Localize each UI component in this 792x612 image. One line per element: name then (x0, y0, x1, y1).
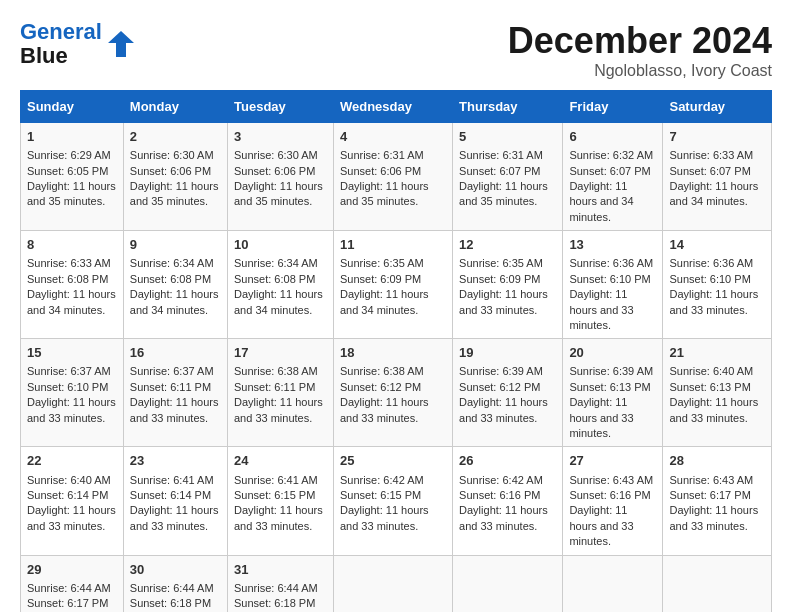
daylight-label: Daylight: 11 hours and 34 minutes. (669, 180, 758, 207)
daylight-label: Daylight: 11 hours and 33 minutes. (234, 504, 323, 531)
calendar-week-row: 22Sunrise: 6:40 AMSunset: 6:14 PMDayligh… (21, 447, 772, 555)
day-number: 4 (340, 128, 446, 146)
day-number: 7 (669, 128, 765, 146)
calendar-day-cell: 6Sunrise: 6:32 AMSunset: 6:07 PMDaylight… (563, 123, 663, 231)
daylight-label: Daylight: 11 hours and 33 minutes. (569, 504, 633, 547)
weekday-header: Wednesday (333, 91, 452, 123)
sunset-label: Sunset: 6:17 PM (27, 597, 108, 609)
daylight-label: Daylight: 11 hours and 35 minutes. (130, 180, 219, 207)
calendar-week-row: 1Sunrise: 6:29 AMSunset: 6:05 PMDaylight… (21, 123, 772, 231)
calendar-day-cell: 9Sunrise: 6:34 AMSunset: 6:08 PMDaylight… (123, 231, 227, 339)
sunrise-label: Sunrise: 6:31 AM (459, 149, 543, 161)
sunrise-label: Sunrise: 6:37 AM (130, 365, 214, 377)
daylight-label: Daylight: 11 hours and 33 minutes. (340, 504, 429, 531)
sunrise-label: Sunrise: 6:42 AM (340, 474, 424, 486)
day-number: 29 (27, 561, 117, 579)
page-header: GeneralBlue December 2024 Ngoloblasso, I… (20, 20, 772, 80)
daylight-label: Daylight: 11 hours and 35 minutes. (340, 180, 429, 207)
calendar-day-cell: 11Sunrise: 6:35 AMSunset: 6:09 PMDayligh… (333, 231, 452, 339)
daylight-label: Daylight: 11 hours and 35 minutes. (459, 180, 548, 207)
sunset-label: Sunset: 6:06 PM (234, 165, 315, 177)
day-number: 24 (234, 452, 327, 470)
logo: GeneralBlue (20, 20, 136, 68)
sunset-label: Sunset: 6:10 PM (569, 273, 650, 285)
calendar-day-cell: 2Sunrise: 6:30 AMSunset: 6:06 PMDaylight… (123, 123, 227, 231)
title-block: December 2024 Ngoloblasso, Ivory Coast (508, 20, 772, 80)
calendar-day-cell: 5Sunrise: 6:31 AMSunset: 6:07 PMDaylight… (453, 123, 563, 231)
sunrise-label: Sunrise: 6:35 AM (459, 257, 543, 269)
sunrise-label: Sunrise: 6:29 AM (27, 149, 111, 161)
sunset-label: Sunset: 6:08 PM (130, 273, 211, 285)
daylight-label: Daylight: 11 hours and 33 minutes. (27, 504, 116, 531)
sunrise-label: Sunrise: 6:36 AM (669, 257, 753, 269)
sunrise-label: Sunrise: 6:41 AM (130, 474, 214, 486)
calendar-day-cell: 29Sunrise: 6:44 AMSunset: 6:17 PMDayligh… (21, 555, 124, 612)
calendar-day-cell: 8Sunrise: 6:33 AMSunset: 6:08 PMDaylight… (21, 231, 124, 339)
sunset-label: Sunset: 6:14 PM (27, 489, 108, 501)
day-number: 2 (130, 128, 221, 146)
calendar-week-row: 8Sunrise: 6:33 AMSunset: 6:08 PMDaylight… (21, 231, 772, 339)
calendar-day-cell (563, 555, 663, 612)
calendar-day-cell: 26Sunrise: 6:42 AMSunset: 6:16 PMDayligh… (453, 447, 563, 555)
sunrise-label: Sunrise: 6:38 AM (234, 365, 318, 377)
daylight-label: Daylight: 11 hours and 33 minutes. (669, 504, 758, 531)
calendar-day-cell: 12Sunrise: 6:35 AMSunset: 6:09 PMDayligh… (453, 231, 563, 339)
sunset-label: Sunset: 6:16 PM (569, 489, 650, 501)
calendar-day-cell: 20Sunrise: 6:39 AMSunset: 6:13 PMDayligh… (563, 339, 663, 447)
calendar-day-cell: 17Sunrise: 6:38 AMSunset: 6:11 PMDayligh… (228, 339, 334, 447)
daylight-label: Daylight: 11 hours and 33 minutes. (130, 504, 219, 531)
day-number: 18 (340, 344, 446, 362)
day-number: 9 (130, 236, 221, 254)
sunrise-label: Sunrise: 6:44 AM (27, 582, 111, 594)
sunrise-label: Sunrise: 6:34 AM (130, 257, 214, 269)
calendar-day-cell: 19Sunrise: 6:39 AMSunset: 6:12 PMDayligh… (453, 339, 563, 447)
day-number: 5 (459, 128, 556, 146)
calendar-day-cell: 27Sunrise: 6:43 AMSunset: 6:16 PMDayligh… (563, 447, 663, 555)
day-number: 6 (569, 128, 656, 146)
day-number: 23 (130, 452, 221, 470)
weekday-header: Friday (563, 91, 663, 123)
calendar-day-cell: 14Sunrise: 6:36 AMSunset: 6:10 PMDayligh… (663, 231, 772, 339)
calendar-day-cell: 3Sunrise: 6:30 AMSunset: 6:06 PMDaylight… (228, 123, 334, 231)
day-number: 16 (130, 344, 221, 362)
daylight-label: Daylight: 11 hours and 33 minutes. (27, 396, 116, 423)
sunrise-label: Sunrise: 6:40 AM (27, 474, 111, 486)
daylight-label: Daylight: 11 hours and 35 minutes. (234, 180, 323, 207)
daylight-label: Daylight: 11 hours and 34 minutes. (340, 288, 429, 315)
logo-text: GeneralBlue (20, 20, 102, 68)
daylight-label: Daylight: 11 hours and 33 minutes. (459, 504, 548, 531)
daylight-label: Daylight: 11 hours and 33 minutes. (130, 396, 219, 423)
sunset-label: Sunset: 6:15 PM (340, 489, 421, 501)
calendar-week-row: 15Sunrise: 6:37 AMSunset: 6:10 PMDayligh… (21, 339, 772, 447)
day-number: 28 (669, 452, 765, 470)
daylight-label: Daylight: 11 hours and 34 minutes. (130, 288, 219, 315)
sunset-label: Sunset: 6:07 PM (669, 165, 750, 177)
sunrise-label: Sunrise: 6:32 AM (569, 149, 653, 161)
sunset-label: Sunset: 6:06 PM (130, 165, 211, 177)
sunrise-label: Sunrise: 6:33 AM (27, 257, 111, 269)
day-number: 17 (234, 344, 327, 362)
sunset-label: Sunset: 6:17 PM (669, 489, 750, 501)
calendar-day-cell: 18Sunrise: 6:38 AMSunset: 6:12 PMDayligh… (333, 339, 452, 447)
calendar-day-cell: 28Sunrise: 6:43 AMSunset: 6:17 PMDayligh… (663, 447, 772, 555)
sunset-label: Sunset: 6:06 PM (340, 165, 421, 177)
calendar-day-cell: 30Sunrise: 6:44 AMSunset: 6:18 PMDayligh… (123, 555, 227, 612)
sunset-label: Sunset: 6:18 PM (234, 597, 315, 609)
logo-icon (106, 29, 136, 59)
sunset-label: Sunset: 6:09 PM (340, 273, 421, 285)
weekday-header: Tuesday (228, 91, 334, 123)
sunrise-label: Sunrise: 6:33 AM (669, 149, 753, 161)
sunrise-label: Sunrise: 6:38 AM (340, 365, 424, 377)
sunrise-label: Sunrise: 6:37 AM (27, 365, 111, 377)
sunrise-label: Sunrise: 6:42 AM (459, 474, 543, 486)
calendar-day-cell: 25Sunrise: 6:42 AMSunset: 6:15 PMDayligh… (333, 447, 452, 555)
sunrise-label: Sunrise: 6:39 AM (459, 365, 543, 377)
day-number: 31 (234, 561, 327, 579)
day-number: 3 (234, 128, 327, 146)
page-subtitle: Ngoloblasso, Ivory Coast (508, 62, 772, 80)
calendar-day-cell (663, 555, 772, 612)
day-number: 15 (27, 344, 117, 362)
day-number: 19 (459, 344, 556, 362)
weekday-header: Thursday (453, 91, 563, 123)
sunrise-label: Sunrise: 6:39 AM (569, 365, 653, 377)
